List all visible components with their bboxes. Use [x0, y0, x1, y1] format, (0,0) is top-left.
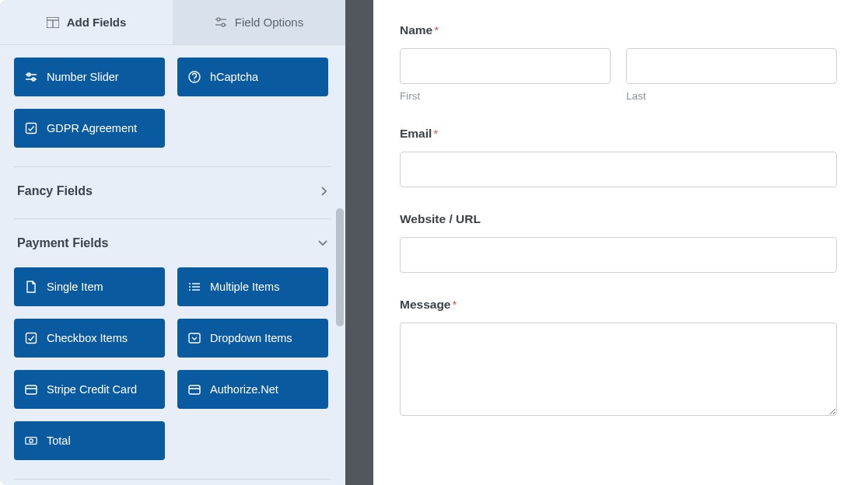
payment-btn-checkbox-items[interactable]: Checkbox Items — [14, 319, 165, 358]
divider-strip — [345, 0, 373, 485]
card-icon — [188, 383, 201, 396]
required-marker: * — [452, 298, 457, 311]
top-fields-grid: Number SliderhCaptchaGDPR Agreement — [14, 58, 331, 148]
tab-field-options[interactable]: Field Options — [173, 0, 345, 44]
field-label: hCaptcha — [210, 71, 258, 83]
required-marker: * — [433, 127, 438, 140]
payment-btn-stripe-credit-card[interactable]: Stripe Credit Card — [14, 370, 165, 409]
svg-point-4 — [217, 18, 220, 21]
section-title: Payment Fields — [17, 236, 108, 250]
input-email[interactable] — [400, 152, 837, 187]
form-preview: Name* First Last Email* Website / URL Me… — [373, 0, 868, 485]
sliders-icon — [25, 71, 37, 83]
field-label: Authorize.Net — [210, 383, 278, 396]
field-label: Number Slider — [47, 71, 119, 83]
label-message: Message* — [400, 298, 837, 312]
payment-btn-total[interactable]: Total — [14, 421, 165, 460]
scrollbar-thumb[interactable] — [336, 208, 344, 326]
divider — [14, 479, 331, 480]
svg-point-18 — [189, 286, 191, 288]
field-email: Email* — [400, 127, 837, 187]
field-label: Multiple Items — [210, 281, 279, 293]
input-website[interactable] — [400, 237, 837, 273]
svg-point-19 — [189, 289, 191, 291]
svg-rect-26 — [26, 438, 37, 445]
tab-add-fields[interactable]: Add Fields — [0, 0, 173, 44]
label-name: Name* — [400, 23, 837, 37]
svg-point-12 — [194, 80, 194, 81]
sidebar-tabs: Add Fields Field Options — [0, 0, 345, 45]
card-icon — [25, 383, 37, 396]
svg-point-6 — [222, 23, 225, 26]
payment-btn-single-item[interactable]: Single Item — [14, 267, 165, 306]
chevron-right-icon — [320, 186, 328, 197]
chevron-down-icon — [317, 239, 328, 247]
label-website: Website / URL — [400, 212, 837, 226]
sidebar: Add Fields Field Options Number SliderhC… — [0, 0, 345, 485]
grid-icon — [47, 17, 59, 28]
sublabel-first: First — [400, 90, 611, 102]
field-label: Checkbox Items — [47, 332, 128, 344]
input-last-name[interactable] — [626, 48, 837, 84]
file-icon — [25, 281, 37, 293]
svg-rect-21 — [189, 333, 200, 343]
field-btn-hcaptcha[interactable]: hCaptcha — [177, 58, 328, 96]
field-name: Name* First Last — [400, 23, 837, 102]
field-label: Stripe Credit Card — [47, 383, 137, 396]
payment-btn-authorize-net[interactable]: Authorize.Net — [177, 370, 328, 409]
tab-label: Add Fields — [67, 16, 127, 29]
check-icon — [25, 332, 37, 344]
section-title: Fancy Fields — [17, 184, 93, 198]
field-website: Website / URL — [400, 212, 837, 273]
required-marker: * — [434, 23, 439, 37]
section-payment-fields[interactable]: Payment Fields — [14, 219, 331, 267]
sidebar-body: Number SliderhCaptchaGDPR Agreement Fanc… — [0, 45, 345, 485]
list-icon — [188, 281, 201, 293]
field-btn-gdpr-agreement[interactable]: GDPR Agreement — [14, 109, 165, 148]
field-label: GDPR Agreement — [47, 122, 137, 134]
question-icon — [188, 71, 201, 83]
tab-label: Field Options — [235, 16, 303, 29]
sublabel-last: Last — [626, 90, 837, 102]
money-icon — [25, 434, 37, 447]
field-label: Single Item — [47, 281, 103, 293]
svg-rect-22 — [26, 386, 37, 394]
svg-rect-20 — [26, 333, 37, 344]
payment-btn-dropdown-items[interactable]: Dropdown Items — [177, 319, 328, 358]
label-email: Email* — [400, 127, 837, 141]
svg-point-17 — [189, 283, 191, 284]
svg-point-27 — [30, 439, 33, 442]
payment-fields-grid: Single ItemMultiple ItemsCheckbox ItemsD… — [14, 267, 331, 460]
input-message[interactable] — [400, 323, 837, 416]
check-icon — [25, 122, 37, 134]
field-btn-number-slider[interactable]: Number Slider — [14, 58, 165, 96]
field-label: Total — [47, 434, 71, 447]
input-first-name[interactable] — [400, 48, 611, 84]
svg-rect-13 — [26, 124, 37, 134]
field-message: Message* — [400, 298, 837, 419]
sliders-icon — [215, 17, 227, 28]
svg-rect-24 — [189, 386, 200, 394]
payment-btn-multiple-items[interactable]: Multiple Items — [177, 267, 328, 306]
field-label: Dropdown Items — [210, 332, 292, 344]
section-fancy-fields[interactable]: Fancy Fields — [14, 167, 331, 215]
dropdown-icon — [188, 332, 201, 344]
